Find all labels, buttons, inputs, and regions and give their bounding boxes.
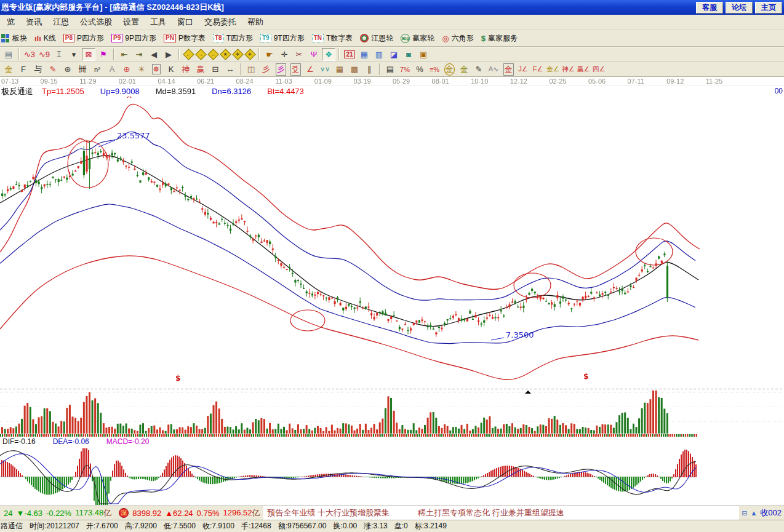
pattern-tool-icon[interactable]: ❖ bbox=[322, 48, 335, 61]
gold-red-icon[interactable]: 金 bbox=[502, 63, 515, 76]
t-number-button[interactable]: TNT数字表 bbox=[312, 33, 353, 44]
grid2-icon[interactable]: ▦ bbox=[333, 63, 346, 76]
wave3-icon[interactable]: ∿3 bbox=[23, 48, 36, 61]
boxed-fan2-icon[interactable]: 爻 bbox=[289, 63, 302, 76]
p-square-button[interactable]: P8P四方形 bbox=[63, 33, 104, 44]
gold-circle-icon[interactable]: 金 bbox=[442, 63, 456, 76]
shen-tool-icon[interactable]: 神 bbox=[179, 63, 193, 76]
circle-cross-icon[interactable]: ⊕ bbox=[120, 63, 134, 76]
pen2-icon[interactable]: ✎ bbox=[472, 63, 486, 76]
menu-item-0[interactable]: 览 bbox=[1, 15, 20, 29]
zoom-horizontal-icon[interactable]: ↔ bbox=[207, 49, 218, 60]
spiral-icon[interactable]: 与 bbox=[31, 63, 45, 76]
zoom-all-icon[interactable]: ✳ bbox=[244, 49, 255, 60]
angle-tool-icon[interactable]: Ψ bbox=[307, 48, 321, 61]
cart-icon[interactable]: ▣ bbox=[417, 48, 430, 61]
last-bar-icon[interactable]: ⇥ bbox=[132, 48, 146, 61]
fibonacci-icon[interactable]: F bbox=[17, 63, 30, 76]
win-angle-icon[interactable]: 赢∠ bbox=[577, 63, 591, 76]
macd-chart-canvas[interactable] bbox=[0, 446, 784, 506]
wave9-icon[interactable]: ∿9 bbox=[38, 48, 51, 61]
percent7-icon[interactable]: 7% bbox=[398, 63, 412, 76]
window-split-icon[interactable]: ⊟ bbox=[742, 509, 747, 517]
shenzhen-index-segment[interactable]: 深 8398.92 ▲62.24 0.75% 1296.52亿 bbox=[115, 507, 263, 518]
winner-wheel-button[interactable]: Big赢家轮 bbox=[401, 33, 434, 44]
width-measure-icon[interactable]: ↔ bbox=[223, 63, 237, 76]
text-tool-icon[interactable]: A bbox=[105, 63, 119, 76]
parallel-lines-icon[interactable]: ∥ bbox=[362, 63, 376, 76]
forum-button[interactable]: 论坛 bbox=[726, 2, 753, 14]
win-tool-icon[interactable]: 赢 bbox=[194, 63, 207, 76]
kline-chart-canvas[interactable] bbox=[0, 97, 784, 389]
hexagon-button[interactable]: ◎六角形 bbox=[442, 33, 473, 44]
pen-icon[interactable]: ✎ bbox=[46, 63, 60, 76]
gold-angle-icon[interactable]: 金∠ bbox=[546, 63, 560, 76]
hand-icon[interactable]: ☛ bbox=[263, 48, 276, 61]
boxed-fan-icon[interactable]: 彡 bbox=[274, 63, 287, 76]
zigzag-icon[interactable]: ∨∨ bbox=[318, 63, 332, 76]
news-ticker[interactable]: 预告全年业绩 十大行业预增股聚集稀土打黑专项常态化 行业兼并重组望提速 bbox=[263, 506, 739, 520]
percent-lines-icon[interactable]: ≡% bbox=[428, 63, 441, 76]
t-square-button[interactable]: T8T四方形 bbox=[213, 33, 253, 44]
news-headline[interactable]: 稀土打黑专项常态化 行业兼并重组望提速 bbox=[418, 507, 564, 518]
calculator-icon[interactable]: ▦ bbox=[358, 48, 371, 61]
p-number-button[interactable]: PNP数字表 bbox=[164, 33, 206, 44]
publish-icon[interactable]: ◙ bbox=[402, 48, 415, 61]
shanghai-index-segment[interactable]: 24 ▼-4.63 -0.22% 1173.48亿 bbox=[0, 507, 115, 518]
winner-service-button[interactable]: $赢家服务 bbox=[481, 33, 518, 44]
zoom-reset-icon[interactable]: ✕ bbox=[220, 49, 231, 60]
wave-label-icon[interactable]: A∿ bbox=[487, 63, 500, 76]
measure-icon[interactable]: ✂ bbox=[292, 48, 306, 61]
four-angle-icon[interactable]: 四∠ bbox=[592, 63, 606, 76]
levels-icon[interactable]: ▤ bbox=[383, 63, 397, 76]
gold-ruler-icon[interactable]: 金 bbox=[2, 63, 15, 76]
boxed-star-icon[interactable]: ✵ bbox=[150, 63, 163, 76]
zoom-in-icon[interactable]: ✛ bbox=[232, 49, 243, 60]
kline-button[interactable]: ılıK线 bbox=[34, 33, 56, 44]
candle-style-icon[interactable]: ⌶ bbox=[52, 48, 66, 61]
first-bar-icon[interactable]: ⇤ bbox=[118, 48, 131, 61]
shen-angle-icon[interactable]: 神∠ bbox=[561, 63, 575, 76]
t9-square-button[interactable]: T99T四方形 bbox=[260, 33, 305, 44]
angle-line-icon[interactable]: ∠ bbox=[303, 63, 317, 76]
news-headline[interactable]: 预告全年业绩 十大行业预增股聚集 bbox=[267, 507, 390, 518]
save-icon[interactable]: ◪ bbox=[387, 48, 401, 61]
menu-item-5[interactable]: 工具 bbox=[145, 15, 172, 29]
gann-box-icon[interactable]: ⊠ bbox=[82, 48, 95, 61]
compass-icon[interactable]: ⊛ bbox=[61, 63, 74, 76]
prev-bar-icon[interactable]: ◀ bbox=[147, 48, 161, 61]
menu-item-1[interactable]: 资讯 bbox=[20, 15, 47, 29]
f-angle-icon[interactable]: F∠ bbox=[531, 63, 545, 76]
star-grid-icon[interactable]: ✳ bbox=[135, 63, 148, 76]
sector-button[interactable]: 板块 bbox=[1, 33, 27, 44]
service-button[interactable]: 客服 bbox=[696, 2, 723, 14]
j-angle-icon[interactable]: J∠ bbox=[516, 63, 530, 76]
fan-icon[interactable]: 彡 bbox=[259, 63, 273, 76]
menu-item-2[interactable]: 江恩 bbox=[47, 15, 74, 29]
square-number-icon[interactable]: n² bbox=[90, 63, 104, 76]
menu-item-4[interactable]: 设置 bbox=[118, 15, 145, 29]
gann-grid-icon[interactable]: ◫ bbox=[244, 63, 258, 76]
percent-icon[interactable]: % bbox=[413, 63, 426, 76]
flag-icon[interactable]: ⚑ bbox=[97, 48, 110, 61]
menu-item-7[interactable]: 交易委托 bbox=[199, 15, 242, 29]
p9-square-button[interactable]: P99P四方形 bbox=[111, 33, 156, 44]
volume-chart-canvas[interactable] bbox=[0, 389, 784, 434]
crosshair-icon[interactable]: ✛ bbox=[278, 48, 291, 61]
grid3-icon[interactable]: ▩ bbox=[348, 63, 361, 76]
menu-item-6[interactable]: 窗口 bbox=[172, 15, 199, 29]
menu-item-8[interactable]: 帮助 bbox=[242, 15, 269, 29]
menu-item-3[interactable]: 公式选股 bbox=[74, 15, 118, 29]
calendar-icon[interactable]: 21 bbox=[343, 48, 356, 61]
gold-lines-icon[interactable]: 金 bbox=[457, 63, 471, 76]
pan-left-icon[interactable]: ← bbox=[183, 49, 194, 60]
grid-lines-icon[interactable]: 卌 bbox=[76, 63, 89, 76]
report-icon[interactable]: ▤ bbox=[2, 48, 15, 61]
dropdown-icon[interactable]: ▾ bbox=[67, 48, 81, 61]
home-button[interactable]: 主页 bbox=[755, 2, 782, 14]
pan-right-icon[interactable]: → bbox=[195, 49, 206, 60]
gann-wheel-button[interactable]: 江恩轮 bbox=[360, 33, 393, 44]
ruler123-icon[interactable]: ⊟ bbox=[209, 63, 222, 76]
next-bar-icon[interactable]: ▶ bbox=[162, 48, 175, 61]
notebook-icon[interactable]: ▥ bbox=[372, 48, 386, 61]
